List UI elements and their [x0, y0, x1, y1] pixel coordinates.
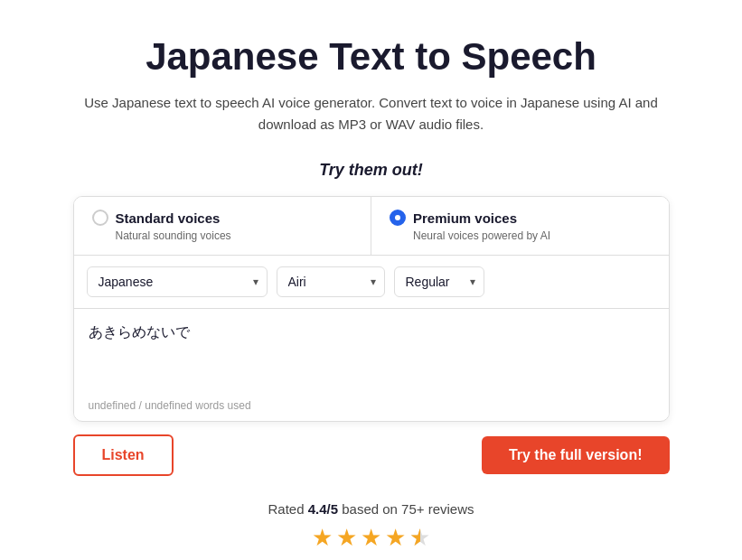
star-5-fg: ★ — [409, 524, 420, 552]
standard-tab-header: Standard voices — [92, 210, 353, 226]
rating-text: Rated 4.4/5 based on 75+ reviews — [268, 501, 474, 517]
voice-select-wrapper: Airi ▾ — [277, 266, 385, 297]
standard-radio[interactable] — [92, 210, 108, 226]
standard-tab-title: Standard voices — [116, 210, 221, 226]
page-subtitle: Use Japanese text to speech AI voice gen… — [82, 92, 661, 135]
premium-tab-desc: Neural voices powered by AI — [390, 229, 651, 242]
main-container: Japanese Text to Speech Use Japanese tex… — [18, 18, 724, 560]
style-select[interactable]: Regular — [394, 266, 484, 297]
premium-tab-header: Premium voices — [390, 210, 651, 226]
try-label: Try them out! — [319, 161, 423, 180]
rating-score: 4.4/5 — [308, 501, 338, 517]
textarea-wrapper: あきらめないで undefined / undefined words used — [74, 309, 669, 421]
language-select[interactable]: Japanese — [87, 266, 268, 297]
star-4: ★ — [385, 524, 406, 552]
full-version-button[interactable]: Try the full version! — [482, 436, 670, 474]
star-1: ★ — [312, 524, 333, 552]
premium-tab-title: Premium voices — [413, 210, 517, 226]
word-count-label: undefined / undefined words used — [89, 399, 251, 412]
style-select-wrapper: Regular ▾ — [394, 266, 484, 297]
language-select-wrapper: Japanese ▾ — [87, 266, 268, 297]
listen-button[interactable]: Listen — [73, 434, 174, 476]
rating-section: Rated 4.4/5 based on 75+ reviews ★ ★ ★ ★… — [268, 501, 474, 552]
rating-suffix: based on 75+ reviews — [338, 501, 474, 517]
voice-tabs: Standard voices Natural sounding voices … — [74, 197, 669, 256]
voice-select[interactable]: Airi — [277, 266, 385, 297]
tts-widget: Standard voices Natural sounding voices … — [73, 196, 670, 422]
premium-radio[interactable] — [390, 210, 406, 226]
stars-display: ★ ★ ★ ★ ★ ★ — [312, 524, 430, 552]
star-5-half: ★ ★ — [409, 524, 430, 552]
page-title: Japanese Text to Speech — [146, 36, 596, 78]
rating-prefix: Rated — [268, 501, 307, 517]
standard-tab-desc: Natural sounding voices — [92, 229, 353, 242]
selectors-row: Japanese ▾ Airi ▾ Regular ▾ — [74, 256, 669, 309]
star-3: ★ — [361, 524, 381, 552]
standard-voices-tab[interactable]: Standard voices Natural sounding voices — [74, 197, 372, 255]
star-2: ★ — [336, 524, 357, 552]
actions-row: Listen Try the full version! — [73, 422, 670, 476]
premium-voices-tab[interactable]: Premium voices Neural voices powered by … — [371, 197, 669, 255]
